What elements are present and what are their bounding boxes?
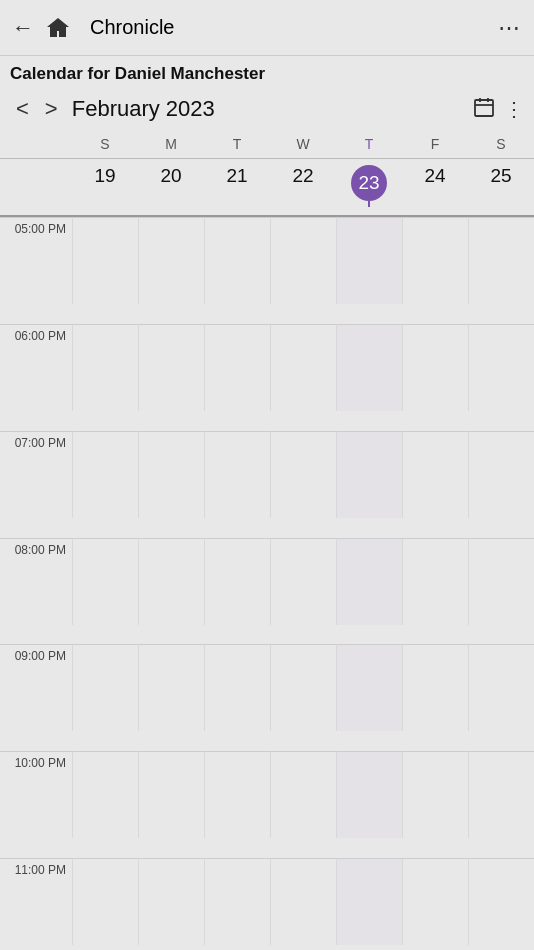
back-button[interactable]: ← — [12, 15, 34, 41]
time-cell-0-day-2[interactable] — [204, 217, 270, 304]
time-cell-6-day-5[interactable] — [402, 858, 468, 945]
time-cell-3-day-5[interactable] — [402, 538, 468, 625]
time-cell-2-day-3[interactable] — [270, 431, 336, 518]
day-header-wed: W — [270, 132, 336, 156]
time-cell-4-day-1[interactable] — [138, 644, 204, 731]
today-circle: 23 — [351, 165, 387, 201]
time-cell-3-day-2[interactable] — [204, 538, 270, 625]
next-month-button[interactable]: > — [39, 94, 64, 124]
date-23[interactable]: 23 — [336, 159, 402, 215]
time-cell-4-day-6[interactable] — [468, 644, 534, 731]
day-header-sat: S — [468, 132, 534, 156]
top-bar: ← Chronicle ⋯ — [0, 0, 534, 56]
day-header-sun: S — [72, 132, 138, 156]
day-header-mon: M — [138, 132, 204, 156]
month-year-label: February 2023 — [72, 96, 468, 122]
time-cell-2-day-5[interactable] — [402, 431, 468, 518]
time-cell-0-day-6[interactable] — [468, 217, 534, 304]
time-cell-5-day-3[interactable] — [270, 751, 336, 838]
time-cell-3-day-3[interactable] — [270, 538, 336, 625]
date-24[interactable]: 24 — [402, 159, 468, 215]
time-cell-2-day-0[interactable] — [72, 431, 138, 518]
time-cell-1-day-0[interactable] — [72, 324, 138, 411]
time-label-2: 07:00 PM — [0, 431, 72, 518]
date-row: 19 20 21 22 23 24 25 — [0, 159, 534, 217]
time-cell-6-day-2[interactable] — [204, 858, 270, 945]
time-cell-1-day-6[interactable] — [468, 324, 534, 411]
day-header-thu: T — [336, 132, 402, 156]
time-cell-0-day-4[interactable] — [336, 217, 402, 304]
time-cell-5-day-1[interactable] — [138, 751, 204, 838]
time-cell-0-day-0[interactable] — [72, 217, 138, 304]
time-cell-2-day-2[interactable] — [204, 431, 270, 518]
time-cell-4-day-2[interactable] — [204, 644, 270, 731]
date-22[interactable]: 22 — [270, 159, 336, 215]
home-icon[interactable] — [44, 14, 72, 42]
calendar-owner-label: Calendar for Daniel Manchester — [0, 56, 534, 88]
day-headers: S M T W T F S — [0, 130, 534, 159]
time-cell-6-day-6[interactable] — [468, 858, 534, 945]
date-19[interactable]: 19 — [72, 159, 138, 215]
time-cell-2-day-6[interactable] — [468, 431, 534, 518]
time-cell-0-day-3[interactable] — [270, 217, 336, 304]
time-cell-5-day-2[interactable] — [204, 751, 270, 838]
time-cell-0-day-5[interactable] — [402, 217, 468, 304]
time-cell-1-day-5[interactable] — [402, 324, 468, 411]
time-label-6: 11:00 PM — [0, 858, 72, 945]
time-cell-0-day-1[interactable] — [138, 217, 204, 304]
time-label-3: 08:00 PM — [0, 538, 72, 625]
today-indicator — [368, 201, 370, 207]
time-cell-4-day-5[interactable] — [402, 644, 468, 731]
date-21[interactable]: 21 — [204, 159, 270, 215]
time-grid: 05:00 PM06:00 PM07:00 PM08:00 PM09:00 PM… — [0, 217, 534, 950]
time-cell-5-day-6[interactable] — [468, 751, 534, 838]
time-cell-6-day-1[interactable] — [138, 858, 204, 945]
day-header-tue: T — [204, 132, 270, 156]
time-cell-3-day-4[interactable] — [336, 538, 402, 625]
time-cell-2-day-1[interactable] — [138, 431, 204, 518]
day-header-fri: F — [402, 132, 468, 156]
time-cell-5-day-5[interactable] — [402, 751, 468, 838]
time-cell-6-day-3[interactable] — [270, 858, 336, 945]
time-cell-2-day-4[interactable] — [336, 431, 402, 518]
time-label-1: 06:00 PM — [0, 324, 72, 411]
app-title: Chronicle — [90, 16, 174, 39]
time-cell-1-day-3[interactable] — [270, 324, 336, 411]
time-cell-1-day-2[interactable] — [204, 324, 270, 411]
time-label-0: 05:00 PM — [0, 217, 72, 304]
time-cell-3-day-0[interactable] — [72, 538, 138, 625]
month-nav: < > February 2023 ⋮ — [0, 88, 534, 130]
time-cell-3-day-6[interactable] — [468, 538, 534, 625]
more-options-button[interactable]: ⋮ — [504, 97, 524, 121]
time-cell-1-day-4[interactable] — [336, 324, 402, 411]
time-cell-3-day-1[interactable] — [138, 538, 204, 625]
time-cell-4-day-4[interactable] — [336, 644, 402, 731]
overflow-menu-button[interactable]: ⋯ — [498, 15, 522, 41]
prev-month-button[interactable]: < — [10, 94, 35, 124]
time-cell-1-day-1[interactable] — [138, 324, 204, 411]
time-cell-6-day-0[interactable] — [72, 858, 138, 945]
time-cell-5-day-4[interactable] — [336, 751, 402, 838]
time-cell-4-day-3[interactable] — [270, 644, 336, 731]
calendar-view-button[interactable] — [472, 95, 496, 124]
date-20[interactable]: 20 — [138, 159, 204, 215]
time-cell-4-day-0[interactable] — [72, 644, 138, 731]
date-25[interactable]: 25 — [468, 159, 534, 215]
time-cell-5-day-0[interactable] — [72, 751, 138, 838]
time-label-5: 10:00 PM — [0, 751, 72, 838]
time-cell-6-day-4[interactable] — [336, 858, 402, 945]
svg-rect-0 — [475, 100, 493, 116]
time-label-4: 09:00 PM — [0, 644, 72, 731]
